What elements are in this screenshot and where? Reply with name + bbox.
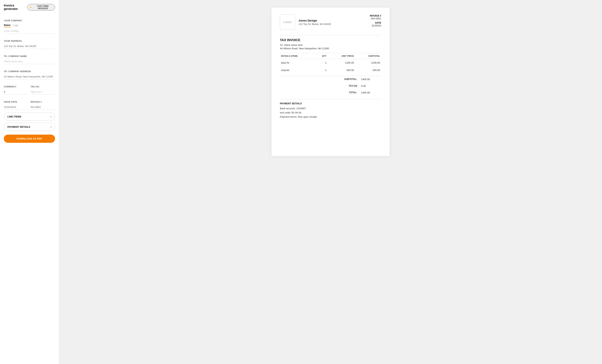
issue-date-input[interactable] [4,104,28,110]
to-name: To: Client name here [280,44,381,46]
tax-totals-value: 0.00 [361,84,380,87]
item-subtotal: 200.00 [355,66,381,74]
payment-details-label: PAYMENT DETAILS [7,125,30,128]
invoice-date-label: DATE [370,21,381,24]
payment-title: PAYMENT DETAILS [280,102,381,105]
sidebar-header: Invoice generator ⚡ FAST FREE INVOICES [4,4,55,11]
invoice-date-value: 31/05/24 [370,24,381,27]
invoice-company-address: 123 Top St, Maine, MA 94100 [299,23,331,25]
main-area: LOGO Jones Design 123 Top St, Maine, MA … [59,0,602,364]
payment-sort-code: sort code: 60-34-34 [280,111,381,115]
name-logo-tabs: Name Logo [4,23,55,27]
company-name-input[interactable] [4,28,55,34]
payment-details-button[interactable]: PAYMENT DETAILS › [4,123,55,131]
your-address-input[interactable] [4,44,55,49]
invoice-rows: Ipad Air 1 1200.00 1200.00 Airpods 1 200… [280,59,381,74]
payment-section: PAYMENT DETAILS Bank account: 1234567 so… [280,99,381,119]
invoice-top-section: LOGO Jones Design 123 Top St, Maine, MA … [280,14,381,30]
item-unit-price: 1200.00 [328,59,355,67]
lightning-icon: ⚡ [29,6,32,9]
invoice-meta: INVOICE # INV-0001 DATE 31/05/24 [370,14,381,29]
payment-bank: Bank account: 1234567 sort code: 60-34-3… [280,106,381,119]
date-invoice-row: ISSUE DATE INVOICE # [4,97,55,113]
app-title: Invoice generator [4,4,27,11]
item-unit-price: 200.00 [328,66,355,74]
tax-totals-label: TAX (%) [336,84,361,87]
to-company-address-label: TO: COMPANY ADDRESS [4,70,55,73]
col-details: DETAILS (ITEM) [280,53,315,59]
col-subtotal: SUBTOTAL [355,53,381,59]
to-company-address-input[interactable] [4,74,55,79]
item-qty: 1 [315,66,328,74]
to-company-name-input[interactable] [4,59,55,64]
invoice-preview: LOGO Jones Design 123 Top St, Maine, MA … [271,8,390,156]
invoice-num-input[interactable] [31,104,55,110]
issue-date-group: ISSUE DATE [4,97,28,113]
logo-company-area: LOGO Jones Design 123 Top St, Maine, MA … [280,14,331,30]
total-value: 1400.00 [361,91,380,94]
payment-terms: Payment terms: Due upon receipt [280,115,381,119]
item-name: Ipad Air [280,59,315,67]
col-qty: QTY [315,53,328,59]
download-pdf-button[interactable]: DOWNLOAD A4 PDF [4,135,55,143]
tax-row: TAX (%) 0.00 [280,83,381,89]
top-divider [280,35,381,35]
item-subtotal: 1200.00 [355,59,381,67]
invoice-num-header-label: INVOICE # [370,14,381,17]
item-name: Airpods [280,66,315,74]
subtotal-value: 1400.00 [361,78,380,81]
chevron-right-icon: › [51,115,52,118]
sidebar: Invoice generator ⚡ FAST FREE INVOICES Y… [0,0,59,364]
currency-input[interactable] [4,89,28,95]
invoice-num-group: INVOICE # [31,97,55,113]
invoice-company-name: Jones Design [299,19,331,22]
issue-date-label: ISSUE DATE [4,101,28,103]
line-items-label: LINE ITEMS [7,115,21,118]
invoice-num-value: INV-0001 [370,17,381,20]
invoice-title: TAX INVOICE [280,38,381,42]
table-row: Airpods 1 200.00 200.00 [280,66,381,74]
tax-group: TAX (%) [31,82,55,97]
total-label: TOTAL: [336,91,361,94]
totals-section: SUBTOTAL: 1400.00 TAX (%) 0.00 TOTAL: 14… [280,76,381,96]
to-company-name-label: TO: COMPANY NAME [4,55,55,57]
table-row: Ipad Air 1 1200.00 1200.00 [280,59,381,67]
to-address: 4A Wilson Road, New Hampshire, NH 12345 [280,47,381,50]
your-company-label: YOUR COMPANY [4,20,55,22]
items-table: DETAILS (ITEM) QTY UNIT PRICE SUBTOTAL I… [280,53,381,74]
chevron-right-icon-2: › [51,125,52,128]
fast-free-badge[interactable]: ⚡ FAST FREE INVOICES [27,4,55,10]
tab-name[interactable]: Name [4,23,11,27]
currency-label: CURRENCY [4,85,28,88]
invoice-num-label: INVOICE # [31,101,55,103]
your-address-label: YOUR ADDRESS [4,40,55,42]
currency-tax-row: CURRENCY TAX (%) [4,82,55,97]
tax-label: TAX (%) [31,85,55,88]
total-row: TOTAL: 1400.00 [280,89,381,96]
tab-logo[interactable]: Logo [13,23,18,27]
tax-input[interactable] [31,89,55,95]
logo-box: LOGO [280,14,295,30]
badge-label: FAST FREE INVOICES [33,5,53,10]
currency-group: CURRENCY [4,82,28,97]
payment-bank-account: Bank account: 1234567 [280,106,381,111]
line-items-button[interactable]: LINE ITEMS › [4,113,55,121]
company-info: Jones Design 123 Top St, Maine, MA 94100 [299,19,331,25]
col-unit-price: UNIT PRICE [328,53,355,59]
item-qty: 1 [315,59,328,67]
table-header: DETAILS (ITEM) QTY UNIT PRICE SUBTOTAL [280,53,381,59]
subtotal-label: SUBTOTAL: [336,78,361,81]
subtotal-row: SUBTOTAL: 1400.00 [280,76,381,83]
